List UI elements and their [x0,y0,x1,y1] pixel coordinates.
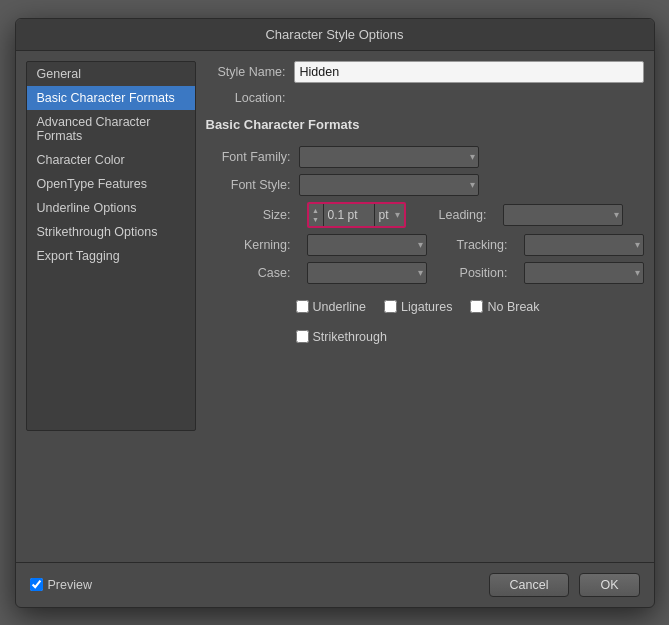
font-style-select[interactable] [299,174,479,196]
location-row: Location: [206,91,644,105]
dialog-body: General Basic Character Formats Advanced… [16,51,654,562]
size-spinner: ▲ ▼ [309,204,324,226]
case-position-row: Case: Position: [206,262,644,284]
style-name-label: Style Name: [206,65,286,79]
ligatures-checkbox-item[interactable]: Ligatures [384,300,452,314]
underline-label: Underline [313,300,367,314]
style-name-input[interactable] [294,61,644,83]
strikethrough-label: Strikethrough [313,330,387,344]
ligatures-checkbox[interactable] [384,300,397,313]
kerning-select-wrapper [307,234,427,256]
tracking-label: Tracking: [443,238,508,252]
size-down-btn[interactable]: ▼ [311,215,321,223]
case-label: Case: [206,266,291,280]
size-input[interactable] [324,204,374,226]
sidebar-item-strikethrough[interactable]: Strikethrough Options [27,220,195,244]
leading-select-wrapper [503,204,623,226]
section-title: Basic Character Formats [206,117,644,132]
sidebar: General Basic Character Formats Advanced… [26,61,196,431]
cancel-button[interactable]: Cancel [489,573,570,597]
no-break-checkbox-item[interactable]: No Break [470,300,539,314]
font-family-row: Font Family: [206,146,644,168]
size-up-btn[interactable]: ▲ [311,206,321,214]
no-break-checkbox[interactable] [470,300,483,313]
position-label: Position: [443,266,508,280]
sidebar-item-advanced-char[interactable]: Advanced Character Formats [27,110,195,148]
preview-checkbox[interactable] [30,578,43,591]
sidebar-item-export[interactable]: Export Tagging [27,244,195,268]
dialog-footer: Preview Cancel OK [16,562,654,607]
leading-select[interactable] [503,204,623,226]
case-select-wrapper [307,262,427,284]
font-style-label: Font Style: [206,178,291,192]
kerning-select[interactable] [307,234,427,256]
underline-checkbox[interactable] [296,300,309,313]
ligatures-label: Ligatures [401,300,452,314]
style-name-row: Style Name: [206,61,644,83]
sidebar-item-opentype[interactable]: OpenType Features [27,172,195,196]
dialog-title: Character Style Options [265,27,403,42]
tracking-select[interactable] [524,234,644,256]
sidebar-item-basic-char[interactable]: Basic Character Formats [27,86,195,110]
size-dropdown[interactable]: pt [374,204,404,226]
preview-check[interactable]: Preview [30,578,92,592]
size-field-group: ▲ ▼ pt [307,202,406,228]
leading-label: Leading: [422,208,487,222]
sidebar-item-general[interactable]: General [27,62,195,86]
title-bar: Character Style Options [16,19,654,51]
strikethrough-checkbox[interactable] [296,330,309,343]
size-dropdown-wrapper: pt [374,204,404,226]
location-label: Location: [206,91,286,105]
position-select-wrapper [524,262,644,284]
kerning-tracking-row: Kerning: Tracking: [206,234,644,256]
checkboxes-row-1: Underline Ligatures No Break [296,300,644,314]
tracking-select-wrapper [524,234,644,256]
case-select[interactable] [307,262,427,284]
preview-label: Preview [48,578,92,592]
checkboxes-row-2: Strikethrough [296,330,644,344]
no-break-label: No Break [487,300,539,314]
strikethrough-checkbox-item[interactable]: Strikethrough [296,330,387,344]
font-family-label: Font Family: [206,150,291,164]
sidebar-item-char-color[interactable]: Character Color [27,148,195,172]
size-label: Size: [206,208,291,222]
kerning-label: Kerning: [206,238,291,252]
dialog: Character Style Options General Basic Ch… [15,18,655,608]
font-family-select-wrapper [299,146,479,168]
size-leading-row: Size: ▲ ▼ pt Lea [206,202,644,228]
footer-buttons: Cancel OK [489,573,640,597]
form-grid: Font Family: Font Style: [206,146,644,284]
font-family-select[interactable] [299,146,479,168]
content-panel: Style Name: Location: Basic Character Fo… [206,61,644,552]
font-style-select-wrapper [299,174,479,196]
font-style-row: Font Style: [206,174,644,196]
ok-button[interactable]: OK [579,573,639,597]
sidebar-item-underline[interactable]: Underline Options [27,196,195,220]
underline-checkbox-item[interactable]: Underline [296,300,367,314]
position-select[interactable] [524,262,644,284]
